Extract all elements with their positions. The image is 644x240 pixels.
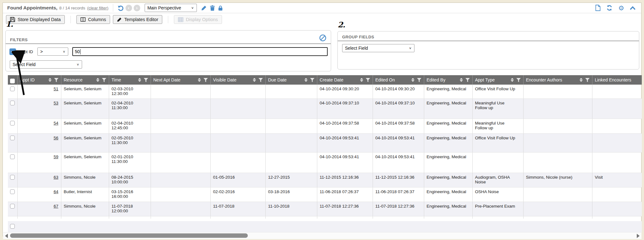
refresh-icon[interactable]	[606, 5, 613, 11]
appt-id-link[interactable]: 51	[53, 87, 58, 91]
templates-editor-button[interactable]: Templates Editor	[113, 15, 162, 24]
table-row: 51Selenium, Selenium02-03-2010 12:30:000…	[8, 85, 642, 98]
sort-icon[interactable]	[411, 78, 414, 82]
filter-funnel-icon[interactable]	[203, 78, 208, 82]
edit-perspective-icon[interactable]	[201, 5, 207, 11]
sort-icon[interactable]	[580, 78, 583, 82]
sort-icon[interactable]	[460, 78, 463, 82]
delete-perspective-icon[interactable]	[210, 5, 215, 11]
add-filter-field-select[interactable]: Select Field ∨	[10, 60, 82, 69]
col-header-edited_on[interactable]: Edited On	[373, 75, 424, 85]
next-icon[interactable]: ›	[134, 5, 140, 11]
col-header-linked_encounters[interactable]: Linked Encounters	[592, 75, 642, 85]
cell-due_date: 03-18-2016	[265, 187, 317, 202]
cell-appt_id: 67	[17, 202, 61, 216]
row-checkbox[interactable]	[10, 101, 15, 105]
row-checkbox[interactable]	[10, 189, 15, 194]
sort-icon[interactable]	[253, 78, 256, 82]
filter-funnel-icon[interactable]	[54, 78, 58, 82]
group-field-select[interactable]: Select Field ∨	[342, 44, 414, 52]
sort-icon[interactable]	[511, 78, 514, 82]
filter-funnel-icon[interactable]	[585, 78, 590, 82]
sort-icon[interactable]	[48, 78, 52, 82]
collapse-up-icon[interactable]	[630, 6, 636, 10]
cell-next_apt_date	[151, 119, 210, 133]
col-header-create_date[interactable]: Create Date	[317, 75, 373, 85]
col-header-appt_type[interactable]: Appt Type	[472, 75, 523, 85]
main-panel: Found Appointments, 8 / 14 records (clea…	[3, 3, 641, 236]
gear-icon[interactable]: ⚙	[618, 5, 624, 11]
cell-checkbox	[8, 202, 17, 216]
appt-id-link[interactable]: 64	[53, 189, 58, 194]
cell-empty	[424, 216, 472, 219]
col-header-due_date[interactable]: Due Date	[265, 75, 317, 85]
lock-icon[interactable]	[218, 5, 223, 11]
appt-id-link[interactable]: 54	[53, 121, 58, 126]
col-header-label: Encounter Authors	[526, 77, 562, 82]
appt-id-link[interactable]: 56	[53, 136, 58, 140]
cell-resource: Butler, Internist	[61, 187, 109, 202]
horizontal-scrollbar[interactable]	[3, 232, 641, 239]
col-header-edited_by[interactable]: Edited By	[424, 75, 472, 85]
cell-edited_by: Engineering, Medical	[424, 187, 472, 202]
table-row: 64Butler, Internist03-15-2016 16:00:0002…	[8, 187, 642, 202]
filter-operator-select[interactable]: > ∨	[37, 47, 68, 56]
filter-funnel-icon[interactable]	[144, 78, 148, 82]
col-header-time[interactable]: Time	[109, 75, 151, 85]
store-displayed-data-button[interactable]: Store Displayed Data	[6, 15, 65, 24]
appt-id-link[interactable]: 53	[53, 101, 58, 105]
filter-funnel-icon[interactable]	[465, 78, 470, 82]
col-header-encounter_authors[interactable]: Encounter Authors	[523, 75, 592, 85]
display-options-button[interactable]: Display Options	[174, 15, 222, 24]
scroll-left-icon[interactable]	[5, 234, 8, 238]
appt-id-link[interactable]: 59	[53, 154, 58, 159]
cell-create_date: 11-07-2018 12:27:36	[317, 202, 373, 216]
sort-icon[interactable]	[360, 78, 363, 82]
row-checkbox[interactable]	[10, 121, 15, 126]
row-checkbox[interactable]	[10, 204, 15, 209]
cell-appt_id: 63	[17, 173, 61, 187]
filter-funnel-icon[interactable]	[366, 78, 370, 82]
col-header-label: Edited On	[375, 77, 395, 82]
sort-icon[interactable]	[138, 78, 141, 82]
row-checkbox[interactable]	[10, 136, 15, 140]
filter-funnel-icon[interactable]	[258, 78, 263, 82]
select-all-checkbox[interactable]	[10, 79, 15, 83]
filter-funnel-icon[interactable]	[417, 78, 421, 82]
new-document-icon[interactable]	[595, 5, 601, 11]
appt-id-link[interactable]: 67	[53, 204, 58, 209]
undo-icon[interactable]	[118, 5, 124, 11]
cell-edited_by: Engineering, Medical	[424, 98, 472, 119]
cell-create_date: 04-10-2014 09:37:10	[317, 98, 373, 119]
col-header-next_apt_date[interactable]: Next Apt Date	[151, 75, 210, 85]
filter-funnel-icon[interactable]	[516, 78, 521, 82]
filter-value-input[interactable]: 50	[72, 47, 328, 56]
prev-icon[interactable]: ‹	[125, 5, 132, 11]
filter-funnel-icon[interactable]	[310, 78, 314, 82]
row-checkbox[interactable]	[10, 175, 15, 180]
row-checkbox[interactable]	[10, 87, 15, 91]
cell-encounter_authors	[523, 98, 592, 119]
filter-funnel-icon[interactable]	[102, 78, 106, 82]
scrollbar-thumb[interactable]	[10, 233, 248, 238]
cell-empty	[17, 216, 61, 219]
columns-button[interactable]: Columns	[76, 15, 110, 24]
col-header-visible_date[interactable]: Visible Date	[210, 75, 265, 85]
row-checkbox[interactable]	[10, 154, 15, 159]
cell-next_apt_date	[151, 133, 210, 152]
row-checkbox[interactable]	[10, 224, 15, 229]
col-header-resource[interactable]: Resource	[61, 75, 109, 85]
sort-icon[interactable]	[96, 78, 99, 82]
sort-icon[interactable]	[198, 78, 201, 82]
pencil-icon	[117, 17, 122, 22]
cell-visible_date	[210, 119, 265, 133]
sort-icon[interactable]	[304, 78, 308, 82]
appt-id-link[interactable]: 63	[53, 175, 58, 180]
perspective-select[interactable]: Main Perspective ∨	[145, 4, 197, 12]
remove-filter-button[interactable]	[9, 48, 16, 55]
scroll-right-icon[interactable]	[637, 234, 640, 238]
clear-filter-link[interactable]: (clear filter)	[87, 6, 108, 10]
record-count: 8 / 14 records	[59, 6, 86, 10]
col-header-appt_id[interactable]: Appt ID	[17, 75, 61, 85]
clear-filters-icon[interactable]	[319, 34, 326, 42]
